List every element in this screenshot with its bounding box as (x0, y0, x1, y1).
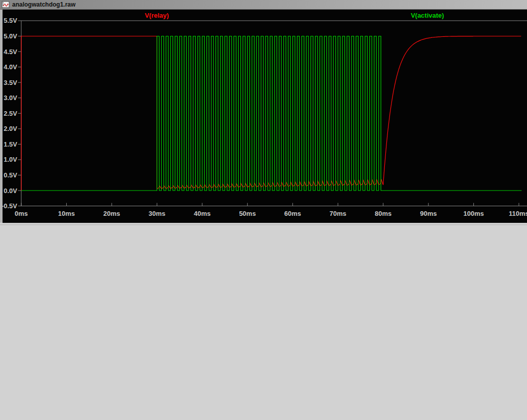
schematic-editor-window: analogwatchdog1.asc (0, 225, 527, 420)
svg-text:5.0V: 5.0V (4, 32, 17, 40)
waveform-window-titlebar[interactable]: analogwatchdog1.raw (0, 0, 527, 10)
y-axis-labels: 5.5V5.0V4.5V4.0V3.5V3.0V2.5V2.0V1.5V1.0V… (3, 17, 21, 210)
trace-v-activate-[interactable] (21, 36, 521, 191)
svg-text:40ms: 40ms (194, 210, 210, 217)
svg-text:-0.5V: -0.5V (3, 202, 17, 210)
svg-text:90ms: 90ms (420, 210, 436, 217)
waveform-plot-area[interactable]: 5.5V5.0V4.5V4.0V3.5V3.0V2.5V2.0V1.5V1.0V… (3, 10, 527, 223)
svg-text:70ms: 70ms (330, 210, 346, 217)
waveform-viewer-window: analogwatchdog1.raw 5.5V5.0V4.5V4.0V3.5V… (0, 0, 527, 225)
trace-v-relay-[interactable] (21, 36, 521, 191)
svg-text:60ms: 60ms (284, 210, 301, 217)
svg-text:3.5V: 3.5V (4, 79, 17, 86)
svg-text:5.5V: 5.5V (4, 17, 17, 24)
x-axis-labels: 0ms10ms20ms30ms40ms50ms60ms70ms80ms90ms1… (15, 203, 527, 217)
plot-frame (21, 21, 527, 206)
waveform-file-icon[interactable] (2, 1, 10, 8)
svg-text:20ms: 20ms (103, 210, 120, 217)
ltspice-desktop: analogwatchdog1.raw 5.5V5.0V4.5V4.0V3.5V… (0, 0, 527, 420)
svg-text:3.0V: 3.0V (4, 94, 17, 102)
svg-text:4.5V: 4.5V (4, 48, 17, 56)
svg-text:100ms: 100ms (463, 210, 484, 217)
svg-text:10ms: 10ms (58, 210, 75, 217)
svg-text:80ms: 80ms (375, 210, 391, 217)
waveform-window-title: analogwatchdog1.raw (12, 1, 75, 8)
legend-v-relay-[interactable]: V(relay) (145, 12, 169, 19)
svg-text:110ms: 110ms (509, 210, 527, 217)
svg-text:1.5V: 1.5V (4, 141, 17, 148)
svg-text:1.0V: 1.0V (4, 156, 17, 163)
waveform-plot-canvas[interactable]: 5.5V5.0V4.5V4.0V3.5V3.0V2.5V2.0V1.5V1.0V… (3, 10, 527, 223)
svg-text:50ms: 50ms (239, 210, 256, 217)
svg-text:2.5V: 2.5V (4, 110, 17, 117)
legend-v-activate-[interactable]: V(activate) (411, 12, 444, 19)
svg-text:0.0V: 0.0V (4, 187, 17, 195)
svg-text:30ms: 30ms (149, 210, 165, 217)
svg-text:0.5V: 0.5V (4, 171, 17, 179)
svg-text:2.0V: 2.0V (4, 125, 17, 132)
svg-text:4.0V: 4.0V (4, 63, 17, 71)
svg-text:0ms: 0ms (15, 210, 28, 217)
